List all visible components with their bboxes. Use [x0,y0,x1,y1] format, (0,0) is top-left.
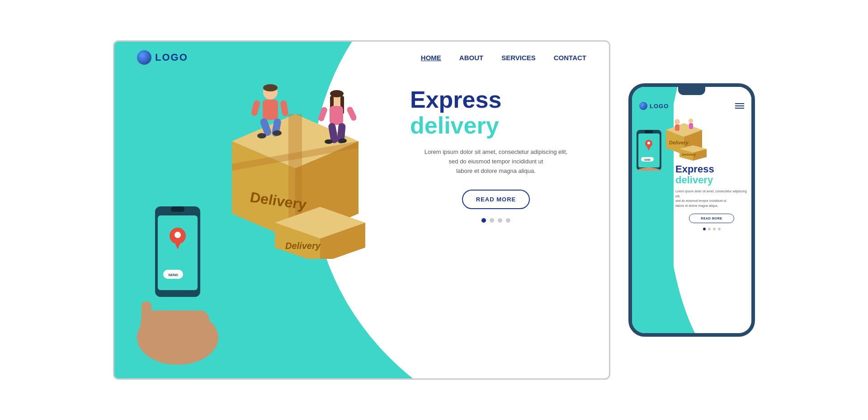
mobile-hero-delivery: delivery [675,175,748,186]
svg-rect-40 [318,106,328,122]
svg-point-61 [675,119,680,124]
mobile-hero-content: Express delivery Lorem ipsum dolor sit a… [675,164,748,230]
mobile-inner: LOGO SEND [632,87,751,333]
svg-rect-37 [330,106,343,125]
svg-point-63 [689,119,693,123]
svg-rect-3 [142,301,151,324]
svg-point-31 [257,133,266,138]
svg-rect-62 [675,124,679,131]
dots-container [410,218,582,223]
hero-title-express: Express [410,87,582,113]
svg-point-25 [263,84,278,91]
nav-links: HOME ABOUT SERVICES CONTACT [421,54,586,62]
hamburger-line-1 [735,103,744,104]
nav-contact[interactable]: CONTACT [554,54,586,62]
mobile-logo-area: LOGO [639,102,669,110]
hero-title-delivery: delivery [410,113,582,138]
dot-2[interactable] [490,218,494,223]
outer-container: LOGO HOME ABOUT SERVICES CONTACT [99,27,769,393]
desktop-mockup: LOGO HOME ABOUT SERVICES CONTACT [113,40,610,380]
mobile-header: LOGO [632,97,751,115]
svg-rect-13 [177,342,188,358]
mobile-description: Lorem ipsum dolor sit amet, consectetur … [675,189,748,208]
svg-rect-41 [346,106,356,121]
mobile-illustration-svg: SEND Delivery Delivery [632,112,709,171]
svg-text:Delivery: Delivery [669,140,689,145]
desktop-inner: LOGO HOME ABOUT SERVICES CONTACT [114,42,609,378]
person-2-svg [318,89,356,153]
dot-4[interactable] [506,218,510,223]
hamburger-line-2 [735,105,744,106]
svg-point-42 [325,139,333,144]
mobile-dot-1[interactable] [703,228,706,230]
svg-rect-6 [171,206,184,212]
logo-text: LOGO [155,52,188,63]
mobile-dot-3[interactable] [713,228,716,230]
svg-rect-46 [645,130,653,134]
svg-rect-64 [689,123,693,129]
mobile-notch [678,87,705,95]
svg-text:SEND: SEND [168,273,178,277]
nav-home[interactable]: HOME [421,54,441,62]
svg-rect-29 [250,100,261,116]
svg-point-43 [339,138,347,143]
svg-text:SEND: SEND [644,158,651,161]
hamburger-line-3 [735,108,744,109]
mobile-dots [675,228,748,230]
hero-description: Lorem ipsum dolor sit amet, consectetur … [410,148,582,176]
nav-about[interactable]: ABOUT [459,54,483,62]
nav-services[interactable]: SERVICES [501,54,536,62]
illustration-area: SEND Del [114,42,461,378]
mobile-read-more-button[interactable]: READ MORE [689,214,734,223]
dot-3[interactable] [498,218,502,223]
svg-text:Delivery: Delivery [682,153,696,157]
svg-point-9 [175,232,181,238]
svg-rect-26 [263,100,278,120]
hero-content: Express delivery Lorem ipsum dolor sit a… [410,87,582,223]
svg-rect-5 [158,215,198,290]
svg-rect-30 [280,100,289,117]
mobile-dot-4[interactable] [718,228,721,230]
mobile-logo-text: LOGO [650,103,669,110]
phone-hand-svg: SEND [123,193,232,365]
svg-point-32 [273,130,282,136]
read-more-button[interactable]: READ MORE [462,190,530,209]
delivery-boxes-svg: Delivery Delivery [205,87,395,259]
svg-point-49 [647,142,650,144]
mobile-mockup: LOGO SEND [628,83,755,337]
person-1-svg [250,82,291,150]
svg-text:Delivery: Delivery [285,241,321,251]
dot-1[interactable] [481,218,486,223]
mobile-hero-express: Express [675,164,748,175]
desktop-header: LOGO HOME ABOUT SERVICES CONTACT [114,42,609,73]
logo-circle-icon [137,50,151,65]
logo-area: LOGO [137,50,188,65]
svg-rect-45 [638,134,660,167]
hamburger-menu-icon[interactable] [735,103,744,109]
mobile-dot-2[interactable] [708,228,711,230]
mobile-logo-circle-icon [639,102,647,110]
